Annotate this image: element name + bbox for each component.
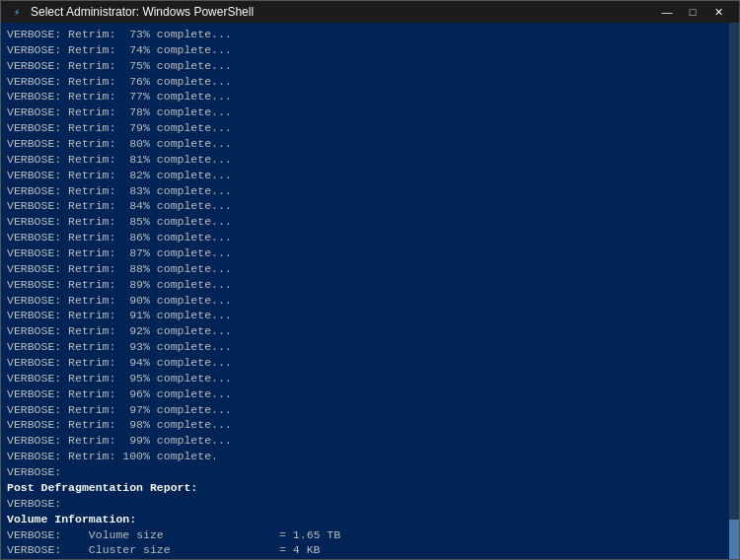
terminal-area[interactable]: VERBOSE: Retrim: 73% complete... VERBOSE… — [1, 23, 739, 559]
titlebar: ⚡ Select Administrator: Windows PowerShe… — [1, 1, 739, 23]
scrollbar-thumb[interactable] — [729, 520, 739, 559]
close-button[interactable]: ✕ — [705, 1, 731, 23]
window-controls: — □ ✕ — [654, 1, 731, 23]
minimize-button[interactable]: — — [654, 1, 680, 23]
terminal-output: VERBOSE: Retrim: 73% complete... VERBOSE… — [7, 27, 733, 559]
window-icon: ⚡ — [9, 4, 25, 20]
maximize-button[interactable]: □ — [680, 1, 705, 23]
window: ⚡ Select Administrator: Windows PowerShe… — [0, 0, 740, 560]
window-title: Select Administrator: Windows PowerShell — [31, 5, 654, 19]
scrollbar[interactable] — [729, 23, 739, 559]
